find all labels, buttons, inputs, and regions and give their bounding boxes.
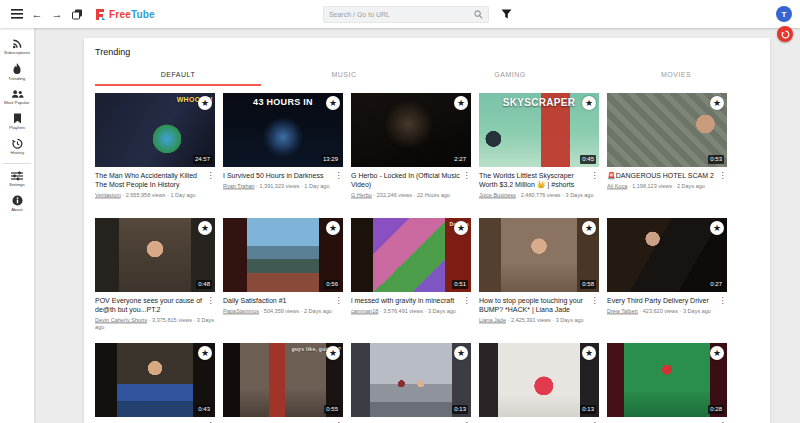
video-thumbnail[interactable]: WHOOPS! ★ 24:57 <box>95 93 215 167</box>
video-thumbnail[interactable]: Doritos ★ 0:51 <box>351 218 471 292</box>
thumbnail-overlay-text: WHOOPS! <box>97 96 213 103</box>
sidebar-item-subscriptions[interactable]: Subscriptions <box>0 35 34 60</box>
kebab-menu-icon[interactable]: ⋮ <box>590 171 599 189</box>
video-thumbnail[interactable]: ★ 0:13 <box>479 343 599 417</box>
video-title[interactable]: I Survived 50 Hours in Darkness <box>223 171 334 180</box>
kebab-menu-icon[interactable]: ⋮ <box>718 296 727 305</box>
save-to-playlist-icon[interactable]: ★ <box>326 346 340 360</box>
video-thumbnail[interactable]: ★ 0:43 <box>95 343 215 417</box>
channel-link[interactable]: Veritasium <box>95 192 121 198</box>
tab-gaming[interactable]: GAMING <box>427 66 593 86</box>
kebab-menu-icon[interactable]: ⋮ <box>718 171 727 180</box>
video-thumbnail[interactable]: SKYSCRAPER ★ 0:45 <box>479 93 599 167</box>
video-thumbnail[interactable]: ★ 0:53 <box>607 93 727 167</box>
trending-panel: Trending DEFAULT MUSIC GAMING MOVIES WHO… <box>84 38 770 423</box>
video-thumbnail[interactable]: ★ 0:13 <box>351 343 471 417</box>
sidebar-item-about[interactable]: About <box>0 192 34 217</box>
save-to-playlist-icon[interactable]: ★ <box>326 96 340 110</box>
save-to-playlist-icon[interactable]: ★ <box>454 346 468 360</box>
channel-link[interactable]: Juice Business <box>479 192 516 198</box>
sidebar-label: Trending <box>9 76 26 80</box>
search-icon[interactable] <box>474 10 483 19</box>
video-title[interactable]: Daily Satisfaction #1 <box>223 296 334 305</box>
freetube-logo[interactable]: FreeTube <box>94 8 155 20</box>
channel-link[interactable]: Ali Koca <box>607 183 627 189</box>
thumbnail-overlay-text: Doritos <box>353 221 469 227</box>
channel-link[interactable]: Liana Jade <box>479 317 506 323</box>
video-duration-badge: 0:45 <box>580 155 596 164</box>
video-card: guys like, guitars? ★ 0:55 PRETENDING to… <box>223 343 343 423</box>
video-thumbnail[interactable]: ★ 0:58 <box>479 218 599 292</box>
save-to-playlist-icon[interactable]: ★ <box>582 346 596 360</box>
video-duration-badge: 0:58 <box>580 280 596 289</box>
new-window-icon[interactable] <box>68 5 86 23</box>
kebab-menu-icon[interactable]: ⋮ <box>206 171 215 189</box>
video-title[interactable]: G Herbo - Locked In (Official Music Vide… <box>351 171 462 189</box>
sidebar-item-playlists[interactable]: Playlists <box>0 110 34 135</box>
save-to-playlist-icon[interactable]: ★ <box>198 96 212 110</box>
video-thumbnail[interactable]: ★ 2:27 <box>351 93 471 167</box>
video-card: SKYSCRAPER ★ 0:45 The Worlds Littlest Sk… <box>479 93 599 218</box>
channel-link[interactable]: camman18 <box>351 308 378 314</box>
video-title[interactable]: The Worlds Littlest Skyscraper Worth $3.… <box>479 171 590 189</box>
forward-button[interactable]: → <box>48 5 66 23</box>
sidebar-label: Settings <box>9 182 25 186</box>
video-title[interactable]: POV Everyone sees your cause of de@th bu… <box>95 296 206 314</box>
kebab-menu-icon[interactable]: ⋮ <box>334 296 343 305</box>
sidebar-item-settings[interactable]: Settings <box>0 168 34 192</box>
views-and-age: · 2,480,776 views · 3 Days ago <box>516 192 594 198</box>
tab-movies[interactable]: MOVIES <box>593 66 759 86</box>
video-title[interactable]: The Man Who Accidentally Killed The Most… <box>95 171 206 189</box>
save-to-playlist-icon[interactable]: ★ <box>582 221 596 235</box>
video-title[interactable]: i messed with gravity in minecraft <box>351 296 462 305</box>
video-thumbnail[interactable]: 43 HOURS IN ★ 13:29 <box>223 93 343 167</box>
filter-icon[interactable] <box>498 5 516 23</box>
channel-link[interactable]: PapaStanimus <box>223 308 259 314</box>
sidebar-item-most-popular[interactable]: Most Popular <box>0 86 34 110</box>
search-bar[interactable] <box>323 6 489 23</box>
sidebar-divider <box>3 163 31 164</box>
video-thumbnail[interactable]: ★ 0:28 <box>607 343 727 417</box>
channel-link[interactable]: Drew Talbert <box>607 308 638 314</box>
kebab-menu-icon[interactable]: ⋮ <box>206 296 215 314</box>
save-to-playlist-icon[interactable]: ★ <box>710 221 724 235</box>
kebab-menu-icon[interactable]: ⋮ <box>462 171 471 189</box>
save-to-playlist-icon[interactable]: ★ <box>326 221 340 235</box>
channel-link[interactable]: Ryan Trahan <box>223 183 255 189</box>
save-to-playlist-icon[interactable]: ★ <box>582 96 596 110</box>
save-to-playlist-icon[interactable]: ★ <box>454 221 468 235</box>
save-to-playlist-icon[interactable]: ★ <box>198 221 212 235</box>
refresh-button[interactable] <box>777 26 793 42</box>
video-title[interactable]: 🚨DANGEROUS HOTEL SCAM 2 <box>607 171 718 180</box>
tab-music[interactable]: MUSIC <box>261 66 427 86</box>
save-to-playlist-icon[interactable]: ★ <box>454 96 468 110</box>
channel-link[interactable]: G Herbo <box>351 192 372 198</box>
video-thumbnail[interactable]: ★ 0:27 <box>607 218 727 292</box>
video-duration-badge: 24:57 <box>193 155 212 164</box>
video-thumbnail[interactable]: ★ 0:56 <box>223 218 343 292</box>
sidebar-item-history[interactable]: History <box>0 135 34 160</box>
kebab-menu-icon[interactable]: ⋮ <box>462 296 471 305</box>
video-title[interactable]: How to stop people touching your BUMP? *… <box>479 296 590 314</box>
views-and-age: · 504,359 views · 2 Days ago <box>259 308 332 314</box>
hamburger-menu-icon[interactable] <box>8 5 26 23</box>
search-input[interactable] <box>329 11 474 18</box>
sidebar-label: History <box>10 150 23 154</box>
trending-tabs: DEFAULT MUSIC GAMING MOVIES <box>95 66 759 86</box>
kebab-menu-icon[interactable]: ⋮ <box>334 171 343 180</box>
video-card: ★ 0:13 When you kill a big spider on the… <box>479 343 599 423</box>
channel-link[interactable]: Devin Caherly Shorts <box>95 317 147 323</box>
profile-avatar[interactable]: T <box>776 6 792 22</box>
save-to-playlist-icon[interactable]: ★ <box>198 346 212 360</box>
save-to-playlist-icon[interactable]: ★ <box>710 346 724 360</box>
back-button[interactable]: ← <box>28 5 46 23</box>
save-to-playlist-icon[interactable]: ★ <box>710 96 724 110</box>
kebab-menu-icon[interactable]: ⋮ <box>590 296 599 314</box>
video-thumbnail[interactable]: guys like, guitars? ★ 0:55 <box>223 343 343 417</box>
sidebar-item-trending[interactable]: Trending <box>0 60 34 86</box>
tab-default[interactable]: DEFAULT <box>95 66 261 86</box>
brand-name: FreeTube <box>109 9 155 20</box>
video-title[interactable]: Every Third Party Delivery Driver <box>607 296 718 305</box>
video-thumbnail[interactable]: ★ 0:48 <box>95 218 215 292</box>
video-meta: Juice Business · 2,480,776 views · 3 Day… <box>479 191 598 198</box>
